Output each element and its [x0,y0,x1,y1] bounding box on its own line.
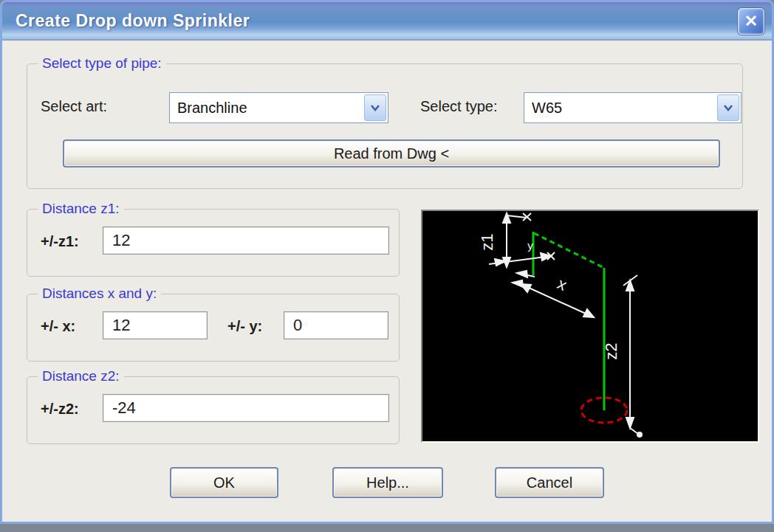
select-art-drop-button[interactable] [364,94,386,121]
y-field-label: +/- y: [227,318,262,335]
read-from-dwg-button[interactable]: Read from Dwg < [63,139,720,167]
pipe-group-legend: Select type of pipe: [38,55,166,72]
chevron-down-icon [370,104,380,111]
x-field-label: +/- x: [41,318,75,335]
select-art-label: Select art: [41,98,107,115]
window-title: Create Drop down Sprinkler [16,2,250,39]
select-type-combobox[interactable]: W65 [524,92,742,123]
cancel-button[interactable]: Cancel [495,467,604,498]
sprinkler-diagram: z1 y x [422,211,758,441]
ok-button[interactable]: OK [170,467,278,498]
create-dropdown-sprinkler-dialog: Create Drop down Sprinkler ✕ Select type… [0,0,774,524]
sprinkler-preview-panel: z1 y x [421,210,759,443]
z1-dimension-label: z1 [478,233,496,250]
z2-dimension-label: z2 [602,342,620,359]
pipe-branch-segment [534,233,604,268]
title-bar: Create Drop down Sprinkler ✕ [2,2,772,41]
xy-group-legend: Distances x and y: [38,286,161,302]
select-type-drop-button[interactable] [717,94,739,121]
select-art-value: Branchline [177,93,363,122]
chevron-down-icon [723,104,733,111]
select-type-value: W65 [532,93,716,122]
select-art-combobox[interactable]: Branchline [169,92,388,123]
select-type-label: Select type: [420,98,498,115]
z2-field-label: +/-z2: [41,401,79,418]
z2-group-legend: Distance z2: [38,368,124,384]
pipe-type-groupbox: Select type of pipe: [27,63,743,189]
help-button[interactable]: Help... [332,467,443,498]
y-dimension [489,252,555,266]
y-input[interactable] [284,311,388,339]
z2-input[interactable] [103,394,389,422]
z1-field-label: +/-z1: [41,233,79,250]
x-input[interactable] [103,311,208,339]
z1-group-legend: Distance z1: [38,201,124,217]
close-icon: ✕ [744,12,758,30]
z1-input[interactable] [103,227,389,255]
y-dimension-label: y [527,239,533,252]
x-dimension-label: x [555,274,570,294]
close-button[interactable]: ✕ [738,8,764,35]
